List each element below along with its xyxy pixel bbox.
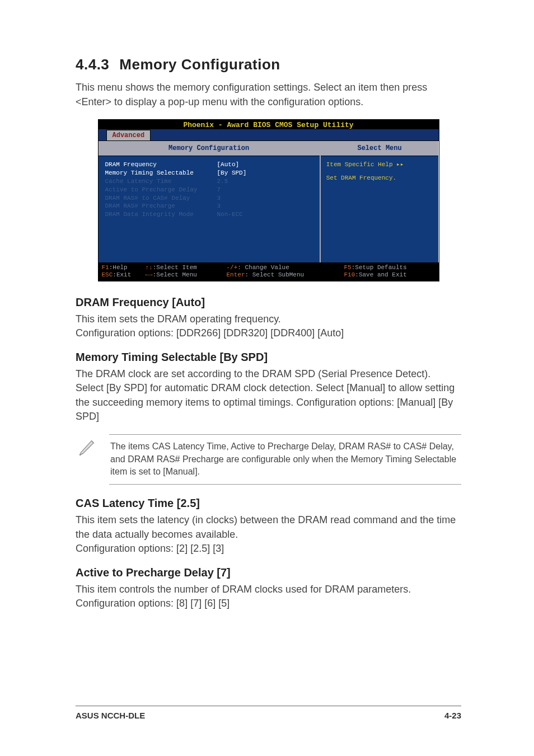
bios-right-pane: Select Menu Item Specific Help ▸▸ Set DR… — [320, 141, 439, 262]
bios-row-label: DRAM RAS# Precharge — [105, 202, 217, 210]
bios-tab-row: Advanced — [98, 129, 439, 140]
body-text: This item controls the number of DRAM cl… — [76, 583, 461, 611]
bios-row-value: 3 — [217, 202, 221, 210]
page-footer: ASUS NCCH-DLE 4-23 — [76, 706, 461, 720]
bios-row: DRAM Frequency[Auto] — [105, 161, 314, 169]
bios-screenshot: Phoenix - Award BIOS CMOS Setup Utility … — [98, 119, 439, 281]
bios-footer: F1:Help ↑↓:Select Item -/+: Change Value… — [98, 263, 439, 281]
cas-latency-heading: CAS Latency Time [2.5] — [76, 497, 461, 510]
bios-row-value: [Auto] — [217, 161, 240, 169]
bios-footer-key: ↑↓ — [146, 264, 153, 271]
note-block: The items CAS Latency Time, Active to Pr… — [76, 434, 461, 485]
note-text: The items CAS Latency Time, Active to Pr… — [109, 434, 461, 485]
bios-row: Active to Precharge Delay7 — [105, 186, 314, 194]
bios-row: DRAM Data Integrity ModeNon-ECC — [105, 210, 314, 219]
text-line: This item sets the latency (in clocks) b… — [76, 514, 456, 540]
bios-footer-label: :Exit — [113, 271, 131, 278]
bios-row: DRAM RAS# Precharge3 — [105, 202, 314, 210]
bios-left-header: Memory Configuration — [99, 141, 320, 156]
bios-footer-key: ←→ — [146, 271, 153, 278]
bios-left-pane: Memory Configuration DRAM Frequency[Auto… — [99, 141, 320, 262]
pencil-note-icon — [76, 434, 109, 461]
bios-footer-label: : Change Value — [237, 264, 289, 271]
bios-footer-key: ESC — [102, 271, 113, 278]
bios-footer-key: -/+ — [227, 264, 238, 271]
bios-row-value: 3 — [217, 194, 221, 203]
bios-title-bar: Phoenix - Award BIOS CMOS Setup Utility — [98, 119, 439, 129]
memory-timing-heading: Memory Timing Selectable [By SPD] — [76, 351, 461, 364]
bios-row-value: 7 — [217, 186, 221, 194]
bios-footer-key: F5 — [344, 264, 352, 271]
body-text: This item sets the latency (in clocks) b… — [76, 513, 461, 556]
bios-row-value: [By SPD] — [217, 169, 247, 177]
bios-footer-label: :Save and Exit — [355, 271, 406, 278]
bios-row-label: DRAM RAS# to CAS# Delay — [105, 194, 217, 203]
bios-footer-label: :Select Menu — [153, 271, 197, 278]
section-heading: 4.4.3Memory Configuration — [76, 56, 461, 73]
active-precharge-heading: Active to Precharge Delay [7] — [76, 566, 461, 579]
body-text: This item sets the DRAM operating freque… — [76, 312, 461, 341]
bios-footer-key: F1 — [102, 264, 109, 271]
bios-row: Memory Timing Selectable[By SPD] — [105, 169, 314, 177]
bios-footer-label: :Help — [109, 264, 128, 271]
bios-row-label: Active to Precharge Delay — [105, 186, 217, 194]
bios-footer-key: F10 — [344, 271, 355, 278]
bios-row-value: 2.5 — [217, 177, 228, 186]
bios-row-label: DRAM Frequency — [105, 161, 217, 169]
bios-body: Memory Configuration DRAM Frequency[Auto… — [98, 140, 439, 263]
bios-footer-key: Enter — [227, 271, 245, 278]
bios-help-content: Item Specific Help ▸▸ Set DRAM Frequency… — [321, 156, 439, 262]
bios-row: Cache Latency Time2.5 — [105, 177, 314, 186]
section-number: 4.4.3 — [76, 56, 109, 73]
section-title: Memory Configuration — [119, 56, 280, 73]
bios-row-label: DRAM Data Integrity Mode — [105, 210, 217, 219]
bios-help-title: Item Specific Help ▸▸ — [326, 161, 433, 168]
dram-frequency-heading: DRAM Frequency [Auto] — [76, 296, 461, 309]
bios-active-tab: Advanced — [106, 130, 151, 140]
text-line: This item sets the DRAM operating freque… — [76, 313, 281, 325]
footer-right: 4-23 — [444, 711, 461, 720]
body-text: The DRAM clock are set according to the … — [76, 367, 461, 424]
bios-footer-row: F1:Help ↑↓:Select Item -/+: Change Value… — [102, 264, 435, 271]
bios-footer-label: :Select Item — [153, 264, 197, 271]
text-line: Configuration options: [2] [2.5] [3] — [76, 543, 224, 554]
bios-row-value: Non-ECC — [217, 210, 243, 219]
bios-help-body: Set DRAM Frequency. — [326, 175, 433, 181]
footer-left: ASUS NCCH-DLE — [76, 711, 145, 720]
bios-row-label: Cache Latency Time — [105, 177, 217, 186]
bios-footer-row: ESC:Exit ←→:Select Menu Enter: Select Su… — [102, 271, 435, 279]
text-line: Configuration options: [DDR266] [DDR320]… — [76, 327, 344, 339]
bios-row: DRAM RAS# to CAS# Delay3 — [105, 194, 314, 203]
bios-row-label: Memory Timing Selectable — [105, 169, 217, 177]
bios-right-header: Select Menu — [321, 141, 439, 156]
bios-left-content: DRAM Frequency[Auto] Memory Timing Selec… — [99, 156, 320, 262]
bios-footer-label: :Setup Defaults — [352, 264, 407, 271]
bios-footer-label: : Select SubMenu — [245, 271, 305, 278]
intro-paragraph: This menu shows the memory configuration… — [76, 80, 461, 109]
